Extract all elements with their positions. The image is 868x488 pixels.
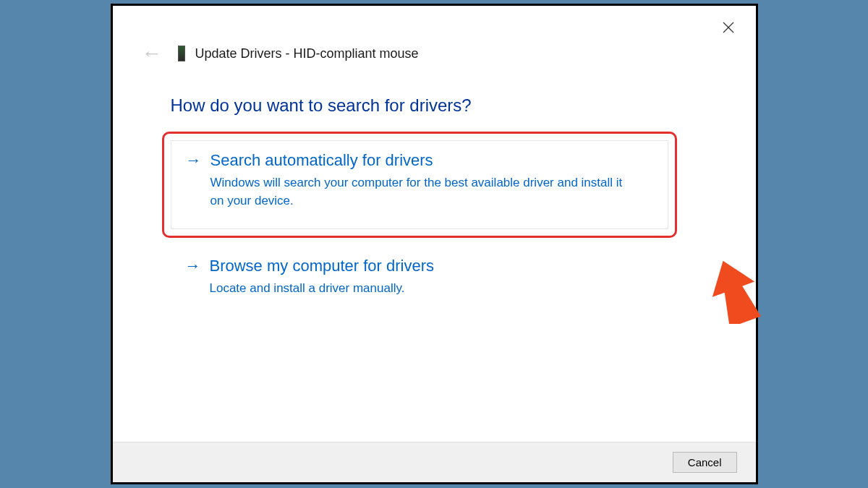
update-drivers-dialog: ← Update Drivers - HID-compliant mouse H… (111, 4, 758, 484)
back-arrow-icon: ← (142, 43, 162, 64)
arrow-right-icon: → (186, 151, 202, 170)
option-title: Browse my computer for drivers (210, 257, 435, 275)
close-icon (723, 22, 734, 33)
option-description: Locate and install a driver manually. (210, 280, 637, 298)
close-button[interactable] (717, 16, 740, 39)
annotation-pointer-arrow-icon (706, 259, 762, 324)
option-browse-computer[interactable]: → Browse my computer for drivers Locate … (171, 247, 668, 317)
svg-marker-2 (706, 259, 762, 324)
option-description: Windows will search your computer for th… (210, 174, 637, 210)
option-search-auto-wrap: → Search automatically for drivers Windo… (171, 140, 668, 229)
option-search-automatically[interactable]: → Search automatically for drivers Windo… (171, 140, 668, 229)
dialog-header: ← Update Drivers - HID-compliant mouse (113, 6, 756, 64)
cancel-button[interactable]: Cancel (673, 452, 737, 473)
prompt-heading: How do you want to search for drivers? (171, 95, 756, 116)
device-icon (178, 46, 185, 61)
dialog-footer: Cancel (113, 442, 756, 482)
dialog-content: How do you want to search for drivers? →… (113, 64, 756, 442)
window-title: Update Drivers - HID-compliant mouse (195, 46, 419, 61)
option-title: Search automatically for drivers (210, 151, 433, 170)
arrow-right-icon: → (185, 257, 201, 275)
